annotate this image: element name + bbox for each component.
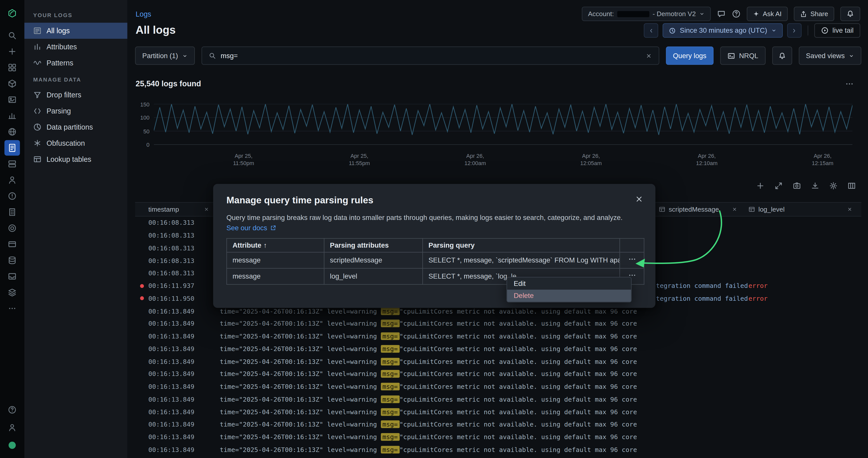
notifications-bell-button[interactable] bbox=[840, 6, 860, 21]
log-row[interactable]: 00:16:13.849time="2025-04-26T00:16:13Z" … bbox=[135, 330, 861, 343]
newrelic-logo-icon[interactable] bbox=[4, 5, 20, 21]
sidebar-item-obfuscation[interactable]: Obfuscation bbox=[24, 135, 127, 151]
column-header-timestamp: timestamp bbox=[135, 203, 216, 216]
sidebar-item-drop-filters[interactable]: Drop filters bbox=[24, 87, 127, 103]
log-row[interactable]: 00:16:13.849time="2025-04-26T00:16:13Z" … bbox=[135, 443, 861, 456]
saved-views-button[interactable]: Saved views bbox=[799, 47, 861, 65]
log-row[interactable]: 00:16:13.849time="2025-04-26T00:16:13Z" … bbox=[135, 393, 861, 405]
databases-icon[interactable] bbox=[4, 253, 20, 268]
remove-column-icon[interactable] bbox=[732, 207, 737, 212]
log-message: time="2025-04-26T00:16:13Z" level=warnin… bbox=[216, 421, 637, 428]
add-data-icon[interactable] bbox=[4, 44, 20, 59]
live-tail-button[interactable]: live tail bbox=[814, 23, 860, 37]
table-toolbar bbox=[756, 182, 856, 190]
sidebar-item-parsing[interactable]: Parsing bbox=[24, 103, 127, 119]
logs-timeseries-chart: 050100150 Apr 25,11:50pmApr 25,11:55pmAp… bbox=[135, 101, 861, 166]
logs-icon[interactable] bbox=[4, 140, 20, 156]
remove-column-icon[interactable] bbox=[847, 207, 852, 212]
synthetics-icon[interactable] bbox=[4, 221, 20, 236]
query-logs-button[interactable]: Query logs bbox=[666, 47, 714, 65]
log-row[interactable]: 00:16:13.849time="2025-04-26T00:16:13Z" … bbox=[135, 317, 861, 330]
account-switcher[interactable]: Account: - Demotron V2 bbox=[582, 6, 711, 21]
log-timestamp: 00:16:13.849 bbox=[135, 421, 216, 428]
layers-icon[interactable] bbox=[4, 285, 20, 300]
log-row[interactable]: 00:16:13.849time="2025-04-26T00:16:13Z" … bbox=[135, 431, 861, 443]
log-row[interactable]: 00:16:13.849time="2025-04-26T00:16:13Z" … bbox=[135, 368, 861, 380]
log-timestamp: 00:16:13.849 bbox=[135, 395, 216, 403]
apps-icon[interactable] bbox=[4, 60, 20, 76]
snapshot-icon[interactable] bbox=[793, 182, 801, 190]
browse-icon[interactable] bbox=[4, 124, 20, 140]
clear-search-icon[interactable] bbox=[645, 52, 652, 59]
feedback-chat-icon[interactable] bbox=[717, 9, 726, 18]
more-icon[interactable] bbox=[4, 301, 20, 316]
logs-found-count: 25,540 logs found bbox=[135, 79, 201, 88]
log-message: time="2025-04-26T00:16:13Z" level=warnin… bbox=[216, 433, 637, 441]
alerts-icon[interactable] bbox=[4, 188, 20, 204]
time-controls: Since 30 minutes ago (UTC) live tail bbox=[644, 23, 861, 37]
msg-highlight: msg= bbox=[381, 395, 399, 403]
log-timestamp: 00:16:13.849 bbox=[135, 345, 216, 353]
time-forward-button[interactable] bbox=[787, 23, 801, 37]
chevron-down-icon bbox=[771, 28, 776, 33]
all-logs-icon bbox=[33, 27, 41, 35]
ask-ai-label: Ask AI bbox=[763, 10, 782, 18]
log-timestamp: 00:16:13.849 bbox=[135, 446, 216, 454]
sidebar-item-all-logs[interactable]: All logs bbox=[24, 23, 127, 39]
sidebar-item-patterns[interactable]: Patterns bbox=[24, 55, 127, 71]
charts-icon[interactable] bbox=[4, 108, 20, 123]
log-row[interactable]: 00:16:13.849time="2025-04-26T00:16:13Z" … bbox=[135, 405, 861, 418]
log-row[interactable]: 00:16:13.849time="2025-04-26T00:16:13Z" … bbox=[135, 343, 861, 355]
expand-icon[interactable] bbox=[774, 182, 783, 190]
sidebar-item-data-partitions[interactable]: Data partitions bbox=[24, 119, 127, 135]
docs-link[interactable]: See our docs bbox=[226, 224, 276, 232]
log-row[interactable]: 00:16:13.849time="2025-04-26T00:16:13Z" … bbox=[135, 418, 861, 431]
row-actions-button[interactable] bbox=[620, 252, 644, 268]
partition-filter-button[interactable]: Partition (1) bbox=[135, 47, 195, 65]
parsing-column-header-parsing-query[interactable]: Parsing query bbox=[423, 238, 620, 252]
time-back-button[interactable] bbox=[644, 23, 658, 37]
parsing-column-header-attribute[interactable]: Attribute↑ bbox=[227, 238, 324, 252]
msg-highlight: msg= bbox=[381, 357, 399, 365]
settings-gear-icon[interactable] bbox=[829, 182, 838, 190]
nrql-button[interactable]: NRQL bbox=[720, 47, 766, 65]
avatar-icon[interactable] bbox=[4, 438, 20, 453]
log-timestamp: 00:16:08.313 bbox=[135, 269, 216, 277]
search-input[interactable] bbox=[221, 52, 641, 60]
chart-options-icon[interactable] bbox=[845, 80, 854, 88]
remove-column-icon[interactable] bbox=[204, 207, 209, 212]
parsing-column-header-parsing-attributes[interactable]: Parsing attributes bbox=[324, 238, 423, 252]
alert-bell-button[interactable] bbox=[772, 47, 792, 65]
download-icon[interactable] bbox=[811, 182, 819, 190]
log-row[interactable]: 00:16:13.849time="2025-04-26T00:16:13Z" … bbox=[135, 355, 861, 368]
close-icon[interactable] bbox=[635, 195, 643, 203]
ask-ai-button[interactable]: Ask AI bbox=[747, 6, 788, 21]
lookup-tables-icon bbox=[33, 155, 41, 163]
y-axis-labels: 050100150 bbox=[135, 101, 149, 152]
menu-item-delete[interactable]: Delete bbox=[507, 290, 631, 302]
inbox-icon[interactable] bbox=[4, 268, 20, 284]
share-icon bbox=[800, 10, 807, 18]
entity-explorer-icon[interactable] bbox=[4, 76, 20, 91]
billing-icon[interactable] bbox=[4, 236, 20, 252]
log-row[interactable]: 00:16:13.849time="2025-04-26T00:16:13Z" … bbox=[135, 380, 861, 393]
sidebar-item-label: Parsing bbox=[46, 107, 71, 115]
sidebar-item-attributes[interactable]: Attributes bbox=[24, 39, 127, 55]
search-icon[interactable] bbox=[4, 28, 20, 43]
help-icon[interactable] bbox=[4, 402, 20, 418]
breadcrumb[interactable]: Logs bbox=[135, 10, 151, 18]
dashboards-icon[interactable] bbox=[4, 92, 20, 108]
user-icon[interactable] bbox=[4, 420, 20, 435]
log-message: time="2025-04-26T00:16:13Z" level=warnin… bbox=[216, 345, 637, 353]
infrastructure-icon[interactable] bbox=[4, 204, 20, 220]
share-button[interactable]: Share bbox=[794, 6, 834, 21]
add-icon[interactable] bbox=[756, 182, 765, 190]
apm-icon[interactable] bbox=[4, 172, 20, 188]
menu-item-edit[interactable]: Edit bbox=[507, 278, 631, 290]
manage-columns-icon[interactable] bbox=[847, 182, 856, 190]
time-picker-button[interactable]: Since 30 minutes ago (UTC) bbox=[662, 23, 782, 37]
msg-highlight: msg= bbox=[381, 320, 399, 327]
workloads-icon[interactable] bbox=[4, 156, 20, 172]
help-icon[interactable] bbox=[732, 9, 741, 18]
sidebar-item-lookup-tables[interactable]: Lookup tables bbox=[24, 151, 127, 167]
